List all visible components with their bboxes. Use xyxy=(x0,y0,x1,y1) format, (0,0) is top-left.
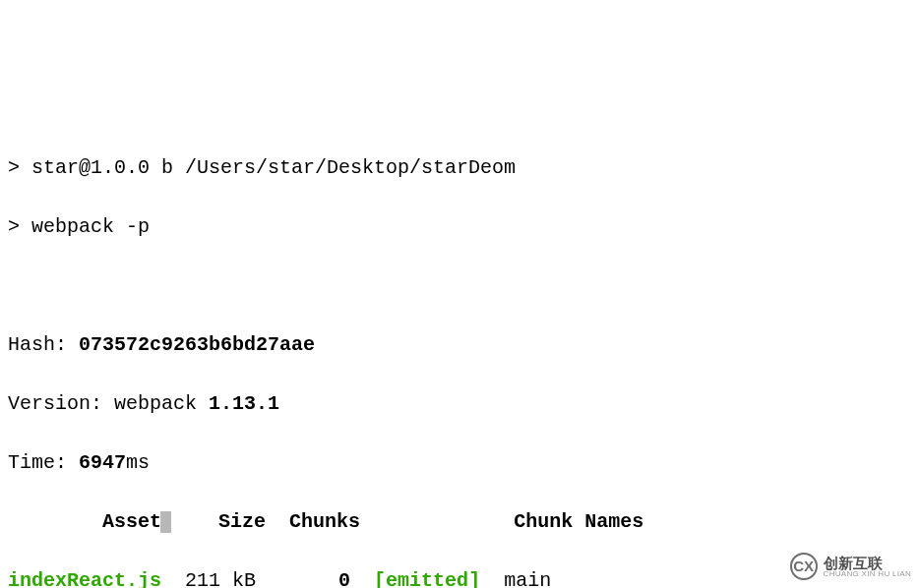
logo-icon: CX xyxy=(790,553,818,580)
prompt-line-1: > star@1.0.0 b /Users/star/Desktop/starD… xyxy=(8,153,911,183)
hash-line: Hash: 073572c9263b6bd27aae xyxy=(8,330,911,360)
terminal-output: > star@1.0.0 b /Users/star/Desktop/starD… xyxy=(8,124,911,588)
watermark: CX 创新互联 CHUANG XIN HU LIAN xyxy=(790,553,911,580)
prompt-line-2: > webpack -p xyxy=(8,212,911,242)
asset-row: indexReact.js 211 kB 0 [emitted] main xyxy=(8,566,911,588)
version-line: Version: webpack 1.13.1 xyxy=(8,389,911,419)
time-line: Time: 6947ms xyxy=(8,448,911,478)
cursor-icon xyxy=(160,511,171,533)
table-header: Asset Size Chunks Chunk Names xyxy=(8,507,911,537)
watermark-text: 创新互联 CHUANG XIN HU LIAN xyxy=(824,556,911,578)
